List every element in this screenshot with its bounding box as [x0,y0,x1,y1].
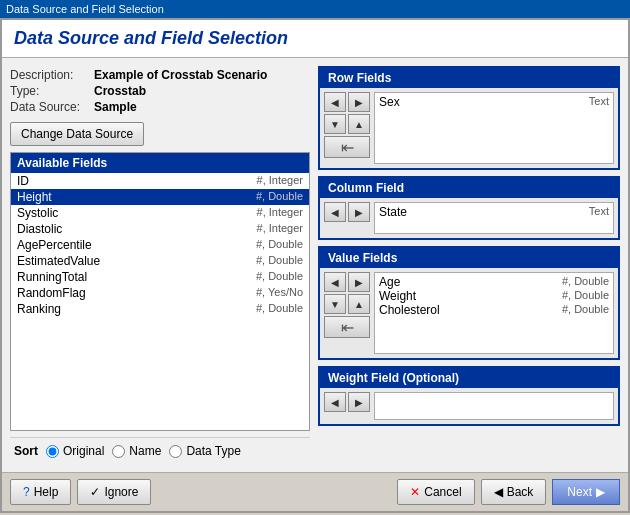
row-fields-down-arrow[interactable]: ▲ [348,114,370,134]
left-panel: Description: Example of Crosstab Scenari… [10,66,310,464]
type-value: Crosstab [94,84,310,98]
column-field-header: Column Field [320,178,618,198]
next-icon: ▶ [596,485,605,499]
weight-field-header: Weight Field (Optional) [320,368,618,388]
row-field-item: SexText [379,95,609,109]
value-fields-ud-arrows: ▼ ▲ [324,294,370,314]
field-name: AgePercentile [17,238,256,252]
row-fields-display: SexText [374,92,614,164]
source-value: Sample [94,100,310,114]
value-fields-body: ◀ ▶ ▼ ▲ ⇤ Age#, DoubleWeight#, DoubleCho… [320,268,618,358]
cancel-button[interactable]: ✕ Cancel [397,479,474,505]
sort-original-label: Original [63,444,104,458]
back-label: Back [507,485,534,499]
column-field-body: ◀ ▶ StateText [320,198,618,238]
column-field-controls: ◀ ▶ [324,202,370,234]
weight-field-display [374,392,614,420]
sort-datatype-label: Data Type [186,444,240,458]
field-type: #, Integer [257,174,303,188]
value-field-item: Age#, Double [379,275,609,289]
available-field-item[interactable]: EstimatedValue#, Double [11,253,309,269]
field-type: #, Double [256,270,303,284]
weight-field-right-arrow[interactable]: ▶ [348,392,370,412]
row-fields-right-arrow[interactable]: ▶ [348,92,370,112]
ignore-label: Ignore [104,485,138,499]
field-name: ID [17,174,257,188]
row-field-type: Text [589,95,609,109]
back-icon: ◀ [494,485,503,499]
help-icon: ? [23,485,30,499]
sort-datatype-option[interactable]: Data Type [169,444,240,458]
description-label: Description: [10,68,90,82]
sort-name-label: Name [129,444,161,458]
right-panel: Row Fields ◀ ▶ ▼ ▲ ⇤ [318,66,620,464]
weight-field-section: Weight Field (Optional) ◀ ▶ [318,366,620,426]
value-fields-lr-arrows: ◀ ▶ [324,272,370,292]
available-fields-section: Available Fields ID#, IntegerHeight#, Do… [10,152,310,431]
meta-info: Description: Example of Crosstab Scenari… [10,66,310,116]
change-data-source-button[interactable]: Change Data Source [10,122,144,146]
row-fields-body: ◀ ▶ ▼ ▲ ⇤ SexText [320,88,618,168]
sort-original-radio[interactable] [46,445,59,458]
field-name: RandomFlag [17,286,256,300]
ignore-button[interactable]: ✓ Ignore [77,479,151,505]
sort-name-radio[interactable] [112,445,125,458]
available-field-item[interactable]: Height#, Double [11,189,309,205]
sort-name-option[interactable]: Name [112,444,161,458]
title-bar-text: Data Source and Field Selection [6,3,164,15]
row-fields-header: Row Fields [320,68,618,88]
column-field-display: StateText [374,202,614,234]
field-name: Ranking [17,302,256,316]
sort-label: Sort [14,444,38,458]
available-field-item[interactable]: RandomFlag#, Yes/No [11,285,309,301]
available-field-item[interactable]: Systolic#, Integer [11,205,309,221]
row-field-name: Sex [379,95,400,109]
help-label: Help [34,485,59,499]
available-field-item[interactable]: Ranking#, Double [11,301,309,317]
column-field-name: State [379,205,407,219]
help-button[interactable]: ? Help [10,479,71,505]
field-type: #, Double [256,190,303,204]
column-field-right-arrow[interactable]: ▶ [348,202,370,222]
value-fields-up-arrow[interactable]: ▼ [324,294,346,314]
sort-row: Sort Original Name Data Type [10,437,310,464]
value-field-name: Age [379,275,400,289]
field-name: Diastolic [17,222,257,236]
field-name: Height [17,190,256,204]
value-field-type: #, Double [562,289,609,303]
value-fields-header: Value Fields [320,248,618,268]
row-fields-delete-button[interactable]: ⇤ [324,136,370,158]
row-fields-up-arrow[interactable]: ▼ [324,114,346,134]
value-fields-delete-button[interactable]: ⇤ [324,316,370,338]
type-label: Type: [10,84,90,98]
available-field-item[interactable]: AgePercentile#, Double [11,237,309,253]
row-fields-delete-row: ⇤ [324,136,370,158]
column-field-left-arrow[interactable]: ◀ [324,202,346,222]
cancel-label: Cancel [424,485,461,499]
value-fields-section: Value Fields ◀ ▶ ▼ ▲ ⇤ [318,246,620,360]
available-field-item[interactable]: RunningTotal#, Double [11,269,309,285]
weight-field-lr-arrows: ◀ ▶ [324,392,370,412]
value-field-item: Cholesterol#, Double [379,303,609,317]
column-field-lr-arrows: ◀ ▶ [324,202,370,222]
available-fields-header: Available Fields [11,153,309,173]
field-type: #, Double [256,238,303,252]
next-button[interactable]: Next ▶ [552,479,620,505]
weight-field-body: ◀ ▶ [320,388,618,424]
row-fields-left-arrow[interactable]: ◀ [324,92,346,112]
value-field-type: #, Double [562,275,609,289]
field-type: #, Yes/No [256,286,303,300]
value-fields-right-arrow[interactable]: ▶ [348,272,370,292]
sort-original-option[interactable]: Original [46,444,104,458]
sort-datatype-radio[interactable] [169,445,182,458]
value-fields-left-arrow[interactable]: ◀ [324,272,346,292]
row-fields-ud-arrows: ▼ ▲ [324,114,370,134]
back-button[interactable]: ◀ Back [481,479,547,505]
cancel-icon: ✕ [410,485,420,499]
value-fields-down-arrow[interactable]: ▲ [348,294,370,314]
available-field-item[interactable]: Diastolic#, Integer [11,221,309,237]
available-field-item[interactable]: ID#, Integer [11,173,309,189]
weight-field-left-arrow[interactable]: ◀ [324,392,346,412]
value-fields-display: Age#, DoubleWeight#, DoubleCholesterol#,… [374,272,614,354]
column-field-type: Text [589,205,609,219]
